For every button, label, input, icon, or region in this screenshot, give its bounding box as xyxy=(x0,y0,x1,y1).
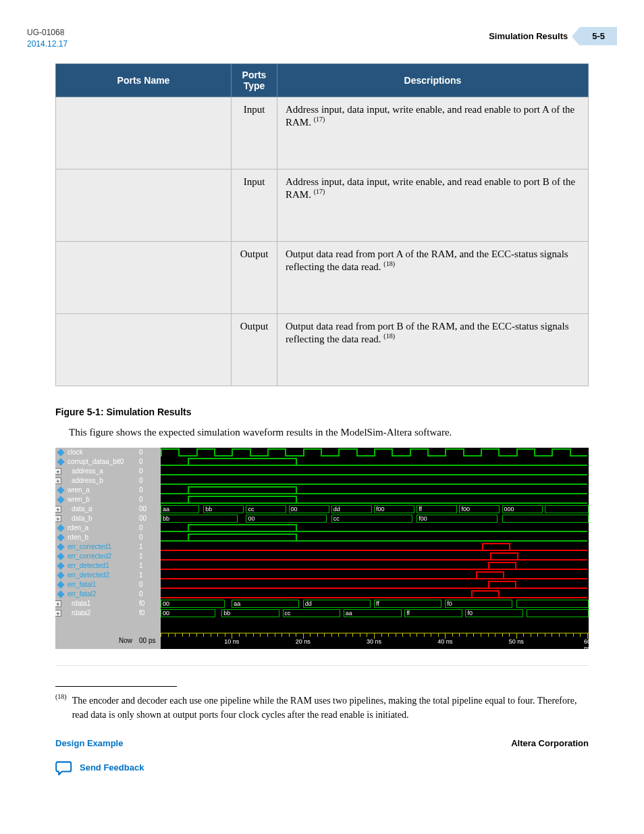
signal-name[interactable]: clock xyxy=(55,448,136,457)
cell-ports-type: Output xyxy=(232,241,277,313)
cell-description: Address input, data input, write enable,… xyxy=(277,169,589,241)
signal-wave[interactable] xyxy=(161,580,589,590)
signal-value: 0 xyxy=(136,495,161,504)
time-axis[interactable]: 10 ns20 ns30 ns40 ns50 ns60 ns xyxy=(161,633,589,649)
doc-id: UG-01068 xyxy=(27,27,68,38)
time-tick-label: 60 ns xyxy=(584,638,591,652)
signal-diamond-icon xyxy=(57,552,64,560)
waveform-signal-row: err_fatal10 xyxy=(55,580,589,590)
signal-wave[interactable] xyxy=(161,571,589,580)
col-descriptions: Descriptions xyxy=(277,63,589,97)
waveform-signal-row: err_corrected21 xyxy=(55,552,589,561)
signal-wave[interactable] xyxy=(161,467,589,476)
cell-ports-type: Input xyxy=(232,169,277,241)
signal-wave[interactable]: 00aaddfff0 xyxy=(161,599,589,608)
signal-name[interactable]: err_corrected1 xyxy=(55,542,136,552)
figure-caption: This figure shows the expected simulatio… xyxy=(69,427,589,438)
signal-name[interactable]: wren_b xyxy=(55,495,136,504)
cell-description: Address input, data input, write enable,… xyxy=(277,97,589,169)
signal-wave[interactable]: bb00ccf00 xyxy=(161,514,589,523)
page-number-badge: 5-5 xyxy=(580,27,617,45)
signal-diamond-icon xyxy=(57,524,64,531)
expand-icon[interactable]: + xyxy=(55,468,61,475)
signal-diamond-icon xyxy=(57,533,64,541)
signal-name[interactable]: corrupt_dataa_bit0 xyxy=(55,457,136,467)
footnote-number: (18) xyxy=(55,692,67,720)
col-ports-type: Ports Type xyxy=(232,63,277,97)
signal-value: 1 xyxy=(136,552,161,561)
signal-name[interactable]: err_detected1 xyxy=(55,561,136,571)
signal-value: 0 xyxy=(136,590,161,599)
table-row: OutputOutput data read from port A of th… xyxy=(56,241,589,313)
signal-diamond-icon xyxy=(57,486,64,494)
signal-wave[interactable] xyxy=(161,495,589,504)
signal-wave[interactable] xyxy=(161,552,589,561)
time-tick-label: 30 ns xyxy=(367,638,381,645)
signal-wave[interactable]: 00bbccaafff0 xyxy=(161,608,589,618)
signal-value: 0 xyxy=(136,533,161,542)
signal-diamond-icon xyxy=(57,571,64,579)
waveform-signal-row: err_corrected11 xyxy=(55,542,589,552)
footer-left[interactable]: Design Example xyxy=(55,738,123,748)
send-feedback-link[interactable]: Send Feedback xyxy=(80,762,144,773)
signal-wave[interactable] xyxy=(161,457,589,467)
waveform-signal-row: err_detected11 xyxy=(55,561,589,571)
time-tick-label: 20 ns xyxy=(296,638,311,645)
cell-ports-name xyxy=(56,169,232,241)
signal-name[interactable]: +data_a xyxy=(55,504,136,514)
footnote-text: The encoder and decoder each use one pip… xyxy=(72,694,589,722)
signal-wave[interactable] xyxy=(161,486,589,495)
signal-wave[interactable] xyxy=(161,542,589,552)
signal-name[interactable]: err_corrected2 xyxy=(55,552,136,561)
expand-icon[interactable]: + xyxy=(55,600,61,607)
signal-value: 0 xyxy=(136,467,161,476)
signal-value: f0 xyxy=(136,599,161,608)
waveform-signal-row: +data_a00aabbcc00ddf00fff00000 xyxy=(55,504,589,514)
signal-diamond-icon xyxy=(57,590,64,598)
signal-wave[interactable] xyxy=(161,590,589,599)
ports-table: Ports Name Ports Type Descriptions Input… xyxy=(55,63,589,386)
signal-value: 0 xyxy=(136,486,161,495)
signal-value: 0 xyxy=(136,457,161,467)
signal-name[interactable]: +rdata1 xyxy=(55,599,136,608)
expand-icon[interactable]: + xyxy=(55,506,61,513)
waveform-signal-row: +address_a0 xyxy=(55,467,589,476)
cell-ports-type: Output xyxy=(232,313,277,386)
time-tick-label: 40 ns xyxy=(437,638,452,645)
signal-wave[interactable] xyxy=(161,448,589,457)
time-value: 00 ps xyxy=(136,633,161,649)
signal-name[interactable]: +address_a xyxy=(55,467,136,476)
signal-wave[interactable] xyxy=(161,523,589,533)
waveform-signal-row: clock0 xyxy=(55,448,589,457)
signal-wave[interactable] xyxy=(161,561,589,571)
signal-name[interactable]: err_detected2 xyxy=(55,571,136,580)
signal-name[interactable]: rden_b xyxy=(55,533,136,542)
waveform-signal-row: wren_b0 xyxy=(55,495,589,504)
expand-icon[interactable]: + xyxy=(55,610,61,617)
doc-date[interactable]: 2014.12.17 xyxy=(27,38,68,50)
signal-name[interactable]: +rdata2 xyxy=(55,608,136,618)
signal-wave[interactable] xyxy=(161,476,589,486)
signal-wave[interactable]: aabbcc00ddf00fff00000 xyxy=(161,504,589,514)
waveform-viewer: clock0corrupt_dataa_bit00+address_a0+add… xyxy=(55,448,589,649)
signal-value: 00 xyxy=(136,514,161,523)
expand-icon[interactable]: + xyxy=(55,477,61,484)
figure-title: Figure 5-1: Simulation Results xyxy=(55,407,589,417)
signal-name[interactable]: err_fatal1 xyxy=(55,580,136,590)
signal-wave[interactable] xyxy=(161,533,589,542)
signal-value: 0 xyxy=(136,476,161,486)
cell-ports-name xyxy=(56,313,232,386)
feedback-row[interactable]: Send Feedback xyxy=(55,760,589,775)
signal-diamond-icon xyxy=(57,543,64,550)
expand-icon[interactable]: + xyxy=(55,515,61,522)
signal-name[interactable]: err_fatal2 xyxy=(55,590,136,599)
signal-name[interactable]: rden_a xyxy=(55,523,136,533)
page-header: UG-01068 2014.12.17 Simulation Results 5… xyxy=(0,0,644,63)
signal-name[interactable]: +address_b xyxy=(55,476,136,486)
signal-name[interactable]: +data_b xyxy=(55,514,136,523)
footnote-rule xyxy=(55,686,177,687)
signal-value: 00 xyxy=(136,504,161,514)
footnote: (18) The encoder and decoder each use on… xyxy=(55,694,589,722)
waveform-spacer xyxy=(55,618,589,633)
signal-name[interactable]: wren_a xyxy=(55,486,136,495)
